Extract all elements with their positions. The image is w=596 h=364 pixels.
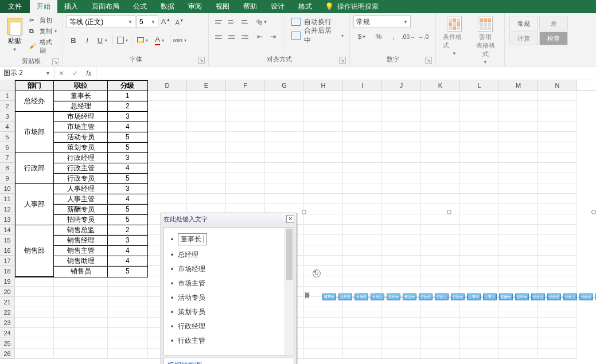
- row-header[interactable]: 24: [0, 328, 15, 338]
- cell[interactable]: [226, 101, 265, 111]
- row-header[interactable]: 26: [0, 349, 15, 359]
- cell[interactable]: [187, 101, 226, 111]
- cell[interactable]: [148, 101, 187, 111]
- smartart-edit-input[interactable]: 董事长: [178, 233, 207, 245]
- cell[interactable]: [187, 152, 226, 163]
- worksheet-grid[interactable]: ABCDEFGHIJKLMN 1234567891011121314151617…: [0, 80, 596, 364]
- cell-style-normal[interactable]: 常规: [509, 17, 538, 30]
- column-header[interactable]: H: [304, 80, 343, 90]
- smartart-list-item[interactable]: •总经理: [164, 248, 294, 262]
- row-header[interactable]: 25: [0, 338, 15, 349]
- cell[interactable]: [499, 101, 538, 111]
- cell[interactable]: [304, 163, 343, 173]
- row-header[interactable]: 1: [0, 91, 15, 101]
- paste-button[interactable]: 粘贴 ▼: [3, 15, 26, 54]
- smartart-shapes[interactable]: 董事长总经理市场经理市场主管活动专员策划专员行政经理行政主管行政专员人事经理人事…: [322, 292, 596, 302]
- underline-button[interactable]: U▼: [94, 34, 111, 46]
- smartart-node[interactable]: 董事长: [322, 293, 336, 300]
- cell[interactable]: [382, 142, 421, 152]
- tab-help[interactable]: 帮助: [236, 0, 264, 13]
- italic-button[interactable]: I: [80, 34, 94, 46]
- row-header[interactable]: 13: [0, 214, 15, 225]
- increase-decimal-button[interactable]: .00→: [402, 30, 415, 43]
- column-header[interactable]: K: [421, 80, 460, 90]
- accounting-format-button[interactable]: $▼: [353, 30, 371, 43]
- cell[interactable]: [382, 194, 421, 204]
- cell[interactable]: [226, 91, 265, 101]
- cell[interactable]: [460, 91, 499, 101]
- insert-function-button[interactable]: fx: [82, 69, 96, 77]
- align-bottom-button[interactable]: [239, 15, 251, 28]
- cell[interactable]: [382, 152, 421, 163]
- smartart-node[interactable]: 销售经理: [547, 293, 561, 300]
- cell[interactable]: [265, 194, 304, 204]
- cell[interactable]: [148, 183, 187, 194]
- cell[interactable]: [421, 173, 460, 183]
- row-header[interactable]: 18: [0, 266, 15, 276]
- cell[interactable]: [460, 163, 499, 173]
- cell-style-check[interactable]: 检查: [539, 32, 568, 45]
- bold-button[interactable]: B: [67, 34, 80, 46]
- cell[interactable]: [15, 297, 54, 307]
- cell[interactable]: [538, 111, 577, 122]
- row-header[interactable]: 8: [0, 163, 15, 173]
- row-header[interactable]: 3: [0, 111, 15, 122]
- align-right-button[interactable]: [239, 30, 251, 43]
- formula-input[interactable]: [96, 66, 596, 80]
- cell[interactable]: [187, 183, 226, 194]
- cell[interactable]: [382, 101, 421, 111]
- format-painter-button[interactable]: 🖌格式刷: [28, 37, 59, 56]
- row-header[interactable]: 12: [0, 204, 15, 214]
- select-all-button[interactable]: [0, 80, 15, 90]
- cell[interactable]: [148, 152, 187, 163]
- smartart-pane-titlebar[interactable]: 在此处键入文字 ✕: [161, 213, 297, 225]
- cell[interactable]: [265, 111, 304, 122]
- row-header[interactable]: 21: [0, 297, 15, 307]
- cell[interactable]: [499, 91, 538, 101]
- cell[interactable]: [187, 142, 226, 152]
- cell[interactable]: [421, 142, 460, 152]
- tab-insert[interactable]: 插入: [57, 0, 85, 13]
- cell[interactable]: [382, 122, 421, 132]
- copy-button[interactable]: ⧉复制 ▾: [28, 26, 59, 36]
- column-header[interactable]: E: [187, 80, 226, 90]
- row-header[interactable]: 20: [0, 287, 15, 297]
- cell[interactable]: [460, 183, 499, 194]
- smartart-node[interactable]: 市场经理: [355, 293, 368, 300]
- cell[interactable]: [148, 132, 187, 142]
- cell[interactable]: [187, 163, 226, 173]
- cell[interactable]: [187, 132, 226, 142]
- cell[interactable]: [226, 132, 265, 142]
- scrollbar-thumb[interactable]: [286, 229, 293, 280]
- cell[interactable]: [304, 152, 343, 163]
- smartart-list-item[interactable]: •行政主管: [164, 334, 294, 348]
- cell[interactable]: [499, 132, 538, 142]
- cell[interactable]: [54, 276, 108, 287]
- cell[interactable]: [538, 163, 577, 173]
- dialog-launcher-icon[interactable]: ↘: [52, 58, 59, 65]
- cell[interactable]: [54, 297, 108, 307]
- cell[interactable]: [15, 276, 54, 287]
- align-left-button[interactable]: [212, 30, 225, 43]
- cell[interactable]: [460, 132, 499, 142]
- cell[interactable]: [538, 194, 577, 204]
- cell[interactable]: [54, 349, 108, 359]
- merge-center-button[interactable]: 合并后居中 ▾: [289, 29, 346, 42]
- increase-font-button[interactable]: A▲: [159, 15, 172, 28]
- cell[interactable]: [226, 173, 265, 183]
- smartart-node[interactable]: 薪酬专员: [499, 293, 513, 300]
- cell[interactable]: [304, 173, 343, 183]
- cell[interactable]: [304, 122, 343, 132]
- cell[interactable]: [538, 132, 577, 142]
- font-name-select[interactable]: 等线 (正文)▼: [67, 15, 135, 28]
- cell[interactable]: [460, 142, 499, 152]
- tab-format[interactable]: 格式: [291, 0, 319, 13]
- cell[interactable]: [460, 173, 499, 183]
- smartart-node[interactable]: 市场主管: [371, 293, 384, 300]
- orientation-button[interactable]: ab▼: [254, 15, 271, 28]
- cell[interactable]: [265, 173, 304, 183]
- cell[interactable]: [499, 173, 538, 183]
- cell[interactable]: [226, 122, 265, 132]
- cell[interactable]: [226, 142, 265, 152]
- smartart-node[interactable]: 人事经理: [467, 293, 481, 300]
